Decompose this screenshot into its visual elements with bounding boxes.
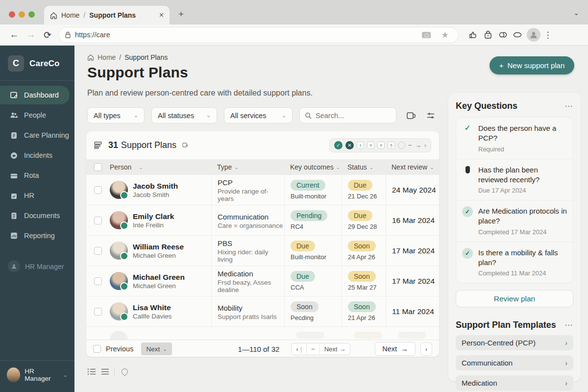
select-all-checkbox[interactable] bbox=[94, 163, 102, 171]
circle-outline-icon[interactable] bbox=[398, 142, 405, 149]
more-menu-icon[interactable]: ··· bbox=[565, 321, 573, 329]
pending-icon bbox=[466, 166, 470, 173]
arrow-right-icon[interactable]: → bbox=[415, 142, 421, 149]
row-checkbox[interactable] bbox=[94, 247, 102, 255]
row-checkbox[interactable] bbox=[94, 186, 102, 194]
key-questions-title: Key Questions bbox=[456, 101, 517, 111]
minus-icon[interactable]: − bbox=[408, 142, 412, 149]
list-ul-icon[interactable] bbox=[87, 368, 96, 375]
browser-tab[interactable]: Home / Support Plans × bbox=[44, 6, 170, 24]
table-row[interactable]: William ReeseMichael Green PBSHixing rid… bbox=[86, 236, 439, 266]
mini-button-2[interactable]: 9 bbox=[367, 142, 374, 149]
sidebar-item-incidents[interactable]: Incidents bbox=[0, 146, 74, 165]
column-status[interactable]: Status⌄ bbox=[342, 163, 386, 171]
search-input[interactable] bbox=[316, 112, 379, 120]
new-tab-button[interactable]: + bbox=[178, 9, 184, 20]
sidebar-item-people[interactable]: People bbox=[0, 106, 74, 124]
service-filter-dropdown[interactable]: All services ⌄ bbox=[224, 107, 293, 123]
export-icon[interactable] bbox=[181, 142, 189, 149]
pin-icon[interactable] bbox=[120, 367, 129, 376]
question-text: Is there a mobility & falls plan? bbox=[478, 248, 567, 268]
column-person[interactable]: Person⌄ bbox=[110, 163, 211, 171]
person-subname: Michael Green bbox=[133, 282, 185, 290]
tab-close-icon[interactable]: × bbox=[159, 11, 164, 20]
row-checkbox[interactable] bbox=[94, 308, 102, 316]
close-window-button[interactable] bbox=[9, 11, 15, 18]
sidebar-divider bbox=[0, 80, 74, 81]
sidebar-item-rota[interactable]: Rota bbox=[0, 166, 74, 185]
address-bar[interactable]: https://care ★ bbox=[59, 27, 458, 43]
pagination-checkbox[interactable] bbox=[93, 345, 101, 353]
url-text[interactable]: https://care bbox=[75, 31, 415, 39]
next-button[interactable]: Next → bbox=[375, 342, 415, 356]
check-circle-icon: ✓ bbox=[462, 248, 473, 259]
collapse-button[interactable]: − bbox=[307, 343, 320, 355]
column-type[interactable]: Type⌄ bbox=[211, 163, 284, 171]
saved-views-icon[interactable] bbox=[406, 111, 416, 120]
sidebar-item-care-planning[interactable]: Care Planning bbox=[0, 126, 74, 145]
minimize-window-button[interactable] bbox=[19, 11, 25, 18]
chevron-right-button[interactable]: › bbox=[420, 343, 432, 356]
question-item[interactable]: Has the plan been reviewed recently?Due … bbox=[456, 159, 573, 201]
mini-button-4[interactable]: 5 bbox=[388, 142, 395, 149]
template-item-communication[interactable]: Communication › bbox=[456, 355, 573, 370]
row-checkbox[interactable] bbox=[94, 277, 102, 285]
more-menu-icon[interactable]: ··· bbox=[565, 102, 573, 110]
sidebar-user-menu[interactable]: HR Manager ⌄ bbox=[0, 360, 74, 392]
x-circle-icon[interactable]: ✕ bbox=[345, 141, 354, 149]
eye-icon[interactable] bbox=[510, 30, 525, 40]
column-next-review[interactable]: Next review⌄ bbox=[386, 163, 439, 171]
sidebar-item-hr[interactable]: HR bbox=[0, 186, 74, 205]
type-filter-dropdown[interactable]: All types ⌄ bbox=[87, 107, 145, 123]
filter-sliders-icon[interactable] bbox=[426, 111, 436, 120]
share-icon[interactable] bbox=[466, 30, 481, 40]
tab-list-chevron-icon[interactable]: ⌄ bbox=[573, 9, 579, 17]
sidebar-item-reporting[interactable]: Reporting bbox=[0, 226, 74, 245]
search-box[interactable] bbox=[299, 107, 396, 123]
table-row[interactable]: Emily ClarkInte Freilin CommunicationCar… bbox=[86, 205, 439, 236]
status-filter-dropdown[interactable]: All statuses ⌄ bbox=[151, 107, 217, 123]
sidebar-secondary-user[interactable]: HR Manager bbox=[0, 246, 74, 286]
maximize-window-button[interactable] bbox=[28, 11, 35, 18]
lock-icon bbox=[65, 31, 71, 38]
browser-profile-avatar[interactable] bbox=[527, 28, 540, 42]
chevron-right-icon[interactable]: › bbox=[424, 142, 426, 149]
new-support-plan-button[interactable]: + New support plan bbox=[490, 56, 574, 74]
forward-button[interactable]: → bbox=[23, 29, 39, 40]
bookmark-star-icon[interactable]: ★ bbox=[438, 30, 452, 40]
next-page-button[interactable]: Next→ bbox=[320, 343, 350, 355]
breadcrumb-home[interactable]: Home bbox=[98, 53, 116, 61]
next-dropdown-button[interactable]: Next ⌄ bbox=[141, 343, 172, 355]
sidebar-item-dashboard[interactable]: Dashboard bbox=[0, 86, 70, 104]
question-item[interactable]: ✓ Are Medication protocols in place?Comp… bbox=[456, 200, 573, 242]
row-checkbox[interactable] bbox=[94, 217, 102, 224]
review-plan-button[interactable]: Review plan bbox=[456, 290, 573, 307]
table-row[interactable]: Michael GreenMichael Green MedicationFrs… bbox=[86, 266, 439, 296]
table-row[interactable]: Lisa WhiteCallfe Davies MobilitySupport … bbox=[86, 296, 439, 327]
mini-button-1[interactable]: 1 bbox=[357, 142, 364, 149]
chevron-down-icon: ⌄ bbox=[336, 165, 340, 170]
brand: C CareCo bbox=[0, 46, 74, 79]
menu-icon[interactable] bbox=[101, 368, 109, 375]
question-item[interactable]: ✓ Is there a mobility & falls plan?Compl… bbox=[456, 242, 573, 283]
back-button[interactable]: ← bbox=[6, 29, 23, 40]
template-item-pcp[interactable]: Person-Centred (PCP) › bbox=[456, 335, 573, 350]
sidebar-item-documents[interactable]: Documents bbox=[0, 206, 74, 225]
previous-button[interactable]: Previous bbox=[106, 345, 133, 353]
check-circle-icon[interactable]: ✓ bbox=[334, 141, 343, 149]
plan-count-label: Support Plans bbox=[121, 140, 176, 150]
user-avatar-icon bbox=[8, 260, 20, 272]
media-icon[interactable] bbox=[419, 32, 434, 38]
reload-button[interactable]: ⟳ bbox=[39, 29, 56, 41]
person-name: Michael Green bbox=[133, 272, 185, 283]
template-item-medication[interactable]: Medication › bbox=[456, 375, 573, 391]
browser-menu-icon[interactable]: ⋮ bbox=[542, 30, 553, 40]
question-item[interactable]: ✓ Does the person have a PCP?Required bbox=[456, 118, 573, 159]
column-key-outcomes[interactable]: Key outcomes⌄ bbox=[284, 163, 342, 171]
first-page-button[interactable]: ‹| bbox=[292, 343, 307, 355]
chevron-right-icon: › bbox=[565, 339, 567, 347]
table-row[interactable]: Jacob SmithJacob Smith PCPProvide range … bbox=[86, 175, 439, 205]
profiles-icon[interactable] bbox=[495, 30, 510, 40]
extensions-lock-icon[interactable] bbox=[481, 30, 495, 40]
mini-button-3[interactable]: 9 bbox=[377, 142, 385, 149]
